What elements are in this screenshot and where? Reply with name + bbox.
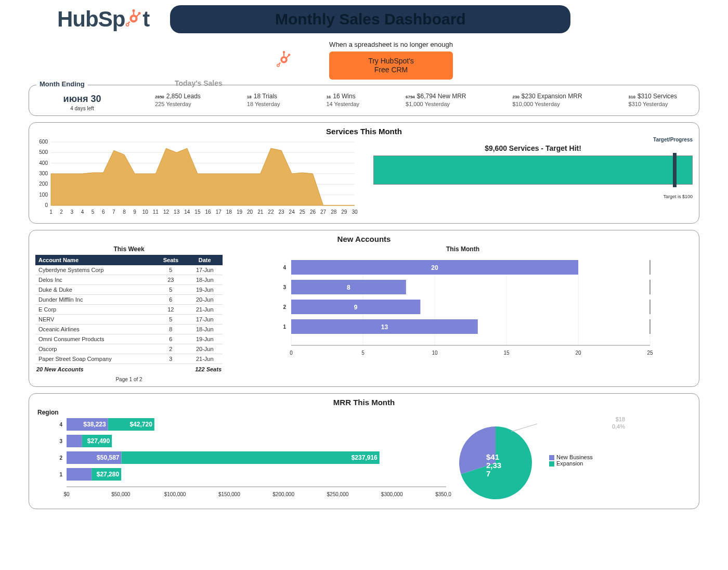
target-hit-label: $9,600 Services - Target Hit! xyxy=(373,144,693,152)
svg-text:8: 8 xyxy=(123,209,126,215)
svg-point-7 xyxy=(126,23,129,26)
services-panel: Services This Month 01002003004005006001… xyxy=(29,122,699,224)
svg-text:19: 19 xyxy=(237,209,243,215)
svg-text:$200,000: $200,000 xyxy=(272,491,294,497)
accounts-this-month: This Month 05101520254203829113 xyxy=(233,245,693,382)
svg-text:0: 0 xyxy=(45,202,48,208)
svg-text:$27,280: $27,280 xyxy=(97,471,120,478)
svg-text:600: 600 xyxy=(39,139,48,145)
pie-callout-2: 0,4% xyxy=(612,423,625,430)
new-accounts-panel: New Accounts This Week Account Name Seat… xyxy=(29,230,699,387)
svg-text:10: 10 xyxy=(142,209,149,215)
svg-text:17: 17 xyxy=(216,209,222,215)
svg-text:11: 11 xyxy=(153,209,159,215)
table-row: E Corp1221-Jun xyxy=(35,304,223,314)
col-date: Date xyxy=(187,255,223,265)
table-row: Omni Consumer Products619-Jun xyxy=(35,334,223,344)
svg-text:1: 1 xyxy=(49,209,53,215)
svg-text:9: 9 xyxy=(133,209,136,215)
region-label: Region xyxy=(37,409,693,416)
try-crm-button[interactable]: Try HubSpot'sFree CRM xyxy=(329,51,453,80)
svg-text:8: 8 xyxy=(347,284,350,291)
svg-text:$50,000: $50,000 xyxy=(111,491,131,497)
svg-text:400: 400 xyxy=(39,160,48,165)
accounts-footer-left: 20 New Accounts xyxy=(36,366,84,372)
svg-text:3: 3 xyxy=(59,438,62,444)
table-row: NERV517-Jun xyxy=(35,314,223,324)
col-account: Account Name xyxy=(35,255,154,265)
svg-text:20: 20 xyxy=(247,209,253,215)
svg-text:20: 20 xyxy=(575,350,581,356)
stats-panel: Month Ending Today's Sales июня 30 4 day… xyxy=(29,85,699,116)
svg-text:4: 4 xyxy=(81,209,84,215)
svg-text:22: 22 xyxy=(268,209,274,215)
svg-text:15: 15 xyxy=(194,209,201,215)
stat-item: 1616 Wins14 Yesterday xyxy=(326,93,359,107)
svg-text:2: 2 xyxy=(59,455,62,461)
svg-point-1 xyxy=(132,17,136,20)
svg-text:2,33: 2,33 xyxy=(486,461,501,470)
sprocket-small-icon xyxy=(275,50,293,70)
svg-point-11 xyxy=(283,51,285,53)
svg-text:25: 25 xyxy=(647,350,653,356)
accounts-table: Account Name Seats Date Cyberdyne System… xyxy=(35,255,223,364)
svg-text:$42,720: $42,720 xyxy=(129,421,152,428)
svg-text:20: 20 xyxy=(431,264,438,271)
svg-text:$250,000: $250,000 xyxy=(327,491,349,497)
accounts-this-week: This Week Account Name Seats Date Cyberd… xyxy=(35,245,223,382)
svg-text:2: 2 xyxy=(60,209,63,215)
services-target-block: Target/Progress $9,600 Services - Target… xyxy=(373,139,693,219)
svg-text:$0: $0 xyxy=(63,491,70,497)
svg-text:1: 1 xyxy=(59,472,62,477)
svg-point-13 xyxy=(288,54,290,56)
svg-text:13: 13 xyxy=(381,323,388,331)
svg-text:25: 25 xyxy=(300,209,306,215)
stat-item: 1818 Trials18 Yesterday xyxy=(247,93,280,107)
svg-text:30: 30 xyxy=(352,209,358,215)
target-progress-link[interactable]: Target/Progress xyxy=(653,137,693,142)
svg-text:$41: $41 xyxy=(486,452,499,461)
mrr-pie-chart: $412,337 $18 0,4% New Business Expansion xyxy=(457,416,693,504)
svg-text:29: 29 xyxy=(341,209,347,215)
target-marker xyxy=(673,153,677,187)
svg-point-9 xyxy=(282,58,285,61)
svg-rect-110 xyxy=(122,451,380,464)
svg-text:4: 4 xyxy=(283,265,286,270)
svg-text:27: 27 xyxy=(320,209,327,215)
svg-text:10: 10 xyxy=(432,350,438,356)
svg-text:23: 23 xyxy=(278,209,284,215)
table-row: Duke & Duke519-Jun xyxy=(35,284,223,294)
svg-text:2: 2 xyxy=(283,304,286,310)
svg-point-3 xyxy=(133,9,135,12)
svg-text:$300,000: $300,000 xyxy=(381,491,403,497)
svg-text:13: 13 xyxy=(174,209,180,215)
svg-text:$100,000: $100,000 xyxy=(164,491,186,497)
mrr-title: MRR This Month xyxy=(35,398,693,407)
this-month-label: This Month xyxy=(233,245,693,253)
svg-text:100: 100 xyxy=(39,191,48,197)
dashboard-title-banner: Monthly Sales Dashboard xyxy=(170,5,570,33)
pie-legend: New Business Expansion xyxy=(549,454,593,467)
accounts-pager: Page 1 of 2 xyxy=(35,377,223,382)
svg-text:5: 5 xyxy=(361,350,365,356)
table-row: Cyberdyne Systems Corp517-Jun xyxy=(35,265,223,275)
services-title: Services This Month xyxy=(35,127,693,136)
services-area-chart: 0100200300400500600123456789101112131415… xyxy=(35,139,358,219)
svg-rect-103 xyxy=(67,435,82,447)
svg-text:4: 4 xyxy=(59,422,62,428)
sprocket-icon xyxy=(125,7,142,32)
hubspot-logo: HubSp t xyxy=(57,7,149,32)
month-end-block: июня 30 4 days left xyxy=(35,89,129,111)
pie-callout-1: $18 xyxy=(616,416,625,422)
svg-text:200: 200 xyxy=(39,181,48,187)
svg-text:1: 1 xyxy=(283,324,286,330)
svg-line-118 xyxy=(511,424,537,432)
svg-text:$50,587: $50,587 xyxy=(97,454,120,461)
col-seats: Seats xyxy=(154,255,187,265)
svg-text:7: 7 xyxy=(486,469,490,478)
svg-text:16: 16 xyxy=(205,209,212,215)
new-accounts-title: New Accounts xyxy=(35,235,693,243)
this-week-label: This Week xyxy=(35,245,223,253)
svg-text:$237,916: $237,916 xyxy=(352,454,378,461)
table-row: Paper Street Soap Company321-Jun xyxy=(35,354,223,364)
